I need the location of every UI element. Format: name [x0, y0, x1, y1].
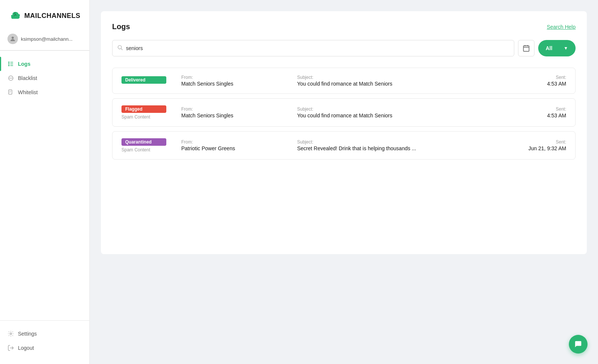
status-badge: Flagged [121, 105, 166, 113]
sidebar-item-logout[interactable]: Logout [0, 341, 89, 355]
sent-label: Sent: [514, 107, 566, 112]
subject-label: Subject: [297, 75, 499, 80]
sent-label: Sent: [514, 75, 566, 80]
from-value: Match Seniors Singles [181, 81, 282, 87]
table-row[interactable]: Quarantined Spam Content From: Patriotic… [112, 131, 576, 160]
sent-value: Jun 21, 9:32 AM [514, 145, 566, 151]
sidebar-item-logs-label: Logs [18, 61, 30, 67]
sent-column: Sent: 4:53 AM [514, 75, 566, 87]
filter-button[interactable]: All ▼ [538, 40, 576, 56]
search-icon [117, 44, 123, 52]
table-row[interactable]: Flagged Spam Content From: Match Seniors… [112, 98, 576, 127]
page-title: Logs [112, 22, 130, 31]
sent-value: 4:53 AM [514, 112, 566, 118]
status-column: Quarantined Spam Content [121, 138, 166, 152]
sidebar-item-blacklist[interactable]: Blacklist [0, 71, 89, 85]
logout-icon [7, 345, 14, 351]
logo-icon [9, 9, 21, 22]
main-nav: Logs Blacklist Whitelist [0, 51, 89, 320]
from-value: Match Seniors Singles [181, 112, 282, 118]
app-name: MAILCHANNELS [24, 12, 80, 20]
avatar [7, 34, 18, 44]
svg-rect-16 [524, 46, 529, 51]
sent-label: Sent: [514, 139, 566, 145]
subject-value: You could find romance at Match Seniors [297, 112, 499, 118]
sidebar-item-logout-label: Logout [18, 345, 34, 351]
user-email: ksimpson@mailchann... [21, 36, 73, 42]
status-sub-label: Spam Content [121, 114, 166, 120]
status-sub-label: Spam Content [121, 147, 166, 152]
subject-label: Subject: [297, 107, 499, 112]
sidebar: MAILCHANNELS ksimpson@mailchann... [0, 0, 90, 364]
subject-column: Subject: You could find romance at Match… [297, 107, 499, 118]
subject-column: Subject: Secret Revealed! Drink that is … [297, 139, 499, 151]
status-column: Flagged Spam Content [121, 105, 166, 120]
from-value: Patriotic Power Greens [181, 145, 282, 151]
user-profile[interactable]: ksimpson@mailchann... [0, 30, 89, 51]
chevron-down-icon: ▼ [564, 46, 568, 51]
sidebar-item-settings-label: Settings [18, 331, 37, 337]
subject-column: Subject: You could find romance at Match… [297, 75, 499, 87]
blacklist-icon [7, 75, 14, 81]
subject-value: You could find romance at Match Seniors [297, 81, 499, 87]
search-input-wrapper[interactable] [112, 40, 514, 56]
calendar-button[interactable] [518, 40, 534, 56]
logs-icon [7, 61, 14, 67]
search-input[interactable] [126, 45, 509, 51]
chat-button[interactable] [569, 335, 588, 354]
svg-rect-9 [9, 90, 12, 94]
svg-rect-3 [8, 64, 9, 65]
logs-card: Logs Search Help [101, 11, 587, 254]
sidebar-item-whitelist-label: Whitelist [18, 89, 38, 95]
from-column: From: Match Seniors Singles [181, 75, 282, 87]
status-badge: Delivered [121, 76, 166, 84]
subject-label: Subject: [297, 139, 499, 145]
settings-icon [7, 330, 14, 337]
sidebar-item-logs[interactable]: Logs [0, 57, 89, 71]
status-column: Delivered [121, 76, 166, 85]
filter-button-label: All [546, 45, 552, 51]
svg-point-14 [118, 46, 121, 49]
from-label: From: [181, 107, 282, 112]
from-column: From: Patriotic Power Greens [181, 139, 282, 151]
sidebar-bottom: Settings Logout [0, 320, 89, 364]
sent-column: Sent: Jun 21, 9:32 AM [514, 139, 566, 151]
sidebar-item-whitelist[interactable]: Whitelist [0, 85, 89, 99]
sent-column: Sent: 4:53 AM [514, 107, 566, 118]
svg-point-0 [12, 37, 14, 39]
from-label: From: [181, 75, 282, 80]
status-badge: Quarantined [121, 138, 166, 146]
svg-line-15 [121, 49, 123, 50]
table-row[interactable]: Delivered From: Match Seniors Singles Su… [112, 68, 576, 94]
logo-area: MAILCHANNELS [0, 0, 89, 30]
from-column: From: Match Seniors Singles [181, 107, 282, 118]
search-help-link[interactable]: Search Help [547, 24, 576, 30]
log-list: Delivered From: Match Seniors Singles Su… [112, 68, 576, 160]
search-bar: All ▼ [112, 40, 576, 56]
svg-rect-5 [8, 65, 9, 66]
whitelist-icon [7, 89, 14, 96]
sidebar-item-settings[interactable]: Settings [0, 327, 89, 341]
card-header: Logs Search Help [112, 22, 576, 31]
sent-value: 4:53 AM [514, 81, 566, 87]
svg-point-12 [10, 333, 12, 335]
svg-rect-1 [8, 62, 9, 63]
subject-value: Secret Revealed! Drink that is helping t… [297, 145, 499, 151]
sidebar-item-blacklist-label: Blacklist [18, 75, 37, 81]
from-label: From: [181, 139, 282, 145]
main-content: Logs Search Help [90, 0, 598, 364]
